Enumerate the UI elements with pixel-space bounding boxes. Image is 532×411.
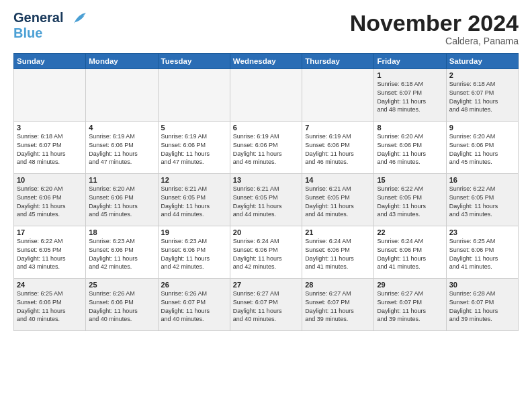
day-info: Sunrise: 6:22 AM Sunset: 6:05 PM Dayligh… <box>377 185 443 218</box>
day-number: 2 <box>449 71 515 79</box>
day-info: Sunrise: 6:27 AM Sunset: 6:07 PM Dayligh… <box>233 289 299 323</box>
day-info: Sunrise: 6:26 AM Sunset: 6:07 PM Dayligh… <box>161 289 227 323</box>
day-info: Sunrise: 6:20 AM Sunset: 6:06 PM Dayligh… <box>449 132 515 166</box>
calendar-cell: 25Sunrise: 6:26 AM Sunset: 6:06 PM Dayli… <box>86 279 158 331</box>
day-number: 28 <box>305 281 371 289</box>
calendar-cell: 22Sunrise: 6:24 AM Sunset: 6:06 PM Dayli… <box>374 226 446 279</box>
day-number: 20 <box>233 228 299 236</box>
calendar-cell: 7Sunrise: 6:19 AM Sunset: 6:06 PM Daylig… <box>302 122 374 174</box>
logo-bird-icon <box>69 11 86 26</box>
calendar-cell: 8Sunrise: 6:20 AM Sunset: 6:06 PM Daylig… <box>374 122 446 174</box>
day-info: Sunrise: 6:19 AM Sunset: 6:06 PM Dayligh… <box>233 132 299 166</box>
day-number: 30 <box>449 281 515 289</box>
day-info: Sunrise: 6:25 AM Sunset: 6:06 PM Dayligh… <box>17 289 83 323</box>
calendar-cell: 14Sunrise: 6:21 AM Sunset: 6:05 PM Dayli… <box>302 174 374 226</box>
day-info: Sunrise: 6:21 AM Sunset: 6:05 PM Dayligh… <box>233 185 299 218</box>
day-info: Sunrise: 6:22 AM Sunset: 6:05 PM Dayligh… <box>17 237 83 271</box>
day-number: 6 <box>233 124 299 132</box>
calendar-cell: 21Sunrise: 6:24 AM Sunset: 6:06 PM Dayli… <box>302 226 374 279</box>
calendar-body: 1Sunrise: 6:18 AM Sunset: 6:07 PM Daylig… <box>14 69 519 331</box>
day-of-week-header: Tuesday <box>158 54 230 69</box>
day-number: 13 <box>233 176 299 184</box>
calendar-cell: 20Sunrise: 6:24 AM Sunset: 6:06 PM Dayli… <box>230 226 302 279</box>
day-number: 18 <box>89 228 154 236</box>
calendar-cell: 11Sunrise: 6:20 AM Sunset: 6:06 PM Dayli… <box>86 174 158 226</box>
day-of-week-header: Thursday <box>302 54 374 69</box>
calendar-cell: 6Sunrise: 6:19 AM Sunset: 6:06 PM Daylig… <box>230 122 302 174</box>
calendar-cell: 24Sunrise: 6:25 AM Sunset: 6:06 PM Dayli… <box>14 279 86 331</box>
day-number: 16 <box>449 176 515 184</box>
calendar-cell <box>230 69 302 122</box>
calendar-cell: 5Sunrise: 6:19 AM Sunset: 6:06 PM Daylig… <box>158 122 230 174</box>
calendar-cell: 29Sunrise: 6:27 AM Sunset: 6:07 PM Dayli… <box>374 279 446 331</box>
day-info: Sunrise: 6:24 AM Sunset: 6:06 PM Dayligh… <box>305 237 371 271</box>
day-number: 14 <box>305 176 371 184</box>
day-number: 26 <box>161 281 227 289</box>
day-info: Sunrise: 6:19 AM Sunset: 6:06 PM Dayligh… <box>89 132 154 166</box>
day-number: 3 <box>17 124 83 132</box>
calendar-cell: 23Sunrise: 6:25 AM Sunset: 6:06 PM Dayli… <box>446 226 518 279</box>
day-number: 5 <box>161 124 227 132</box>
day-info: Sunrise: 6:24 AM Sunset: 6:06 PM Dayligh… <box>233 237 299 271</box>
calendar-cell: 3Sunrise: 6:18 AM Sunset: 6:07 PM Daylig… <box>14 122 86 174</box>
day-of-week-header: Wednesday <box>230 54 302 69</box>
day-number: 29 <box>377 281 443 289</box>
day-info: Sunrise: 6:24 AM Sunset: 6:06 PM Dayligh… <box>377 237 443 271</box>
day-number: 21 <box>305 228 371 236</box>
day-number: 25 <box>89 281 154 289</box>
calendar-cell: 28Sunrise: 6:27 AM Sunset: 6:07 PM Dayli… <box>302 279 374 331</box>
day-info: Sunrise: 6:28 AM Sunset: 6:07 PM Dayligh… <box>449 289 515 323</box>
day-number: 19 <box>161 228 227 236</box>
day-info: Sunrise: 6:23 AM Sunset: 6:06 PM Dayligh… <box>161 237 227 271</box>
day-number: 1 <box>377 71 443 79</box>
calendar-cell: 12Sunrise: 6:21 AM Sunset: 6:05 PM Dayli… <box>158 174 230 226</box>
day-number: 8 <box>377 124 443 132</box>
page-container: General Blue November 2024 Caldera, Pana… <box>0 0 532 338</box>
day-info: Sunrise: 6:20 AM Sunset: 6:06 PM Dayligh… <box>377 132 443 166</box>
day-of-week-header: Friday <box>374 54 446 69</box>
calendar-cell: 15Sunrise: 6:22 AM Sunset: 6:05 PM Dayli… <box>374 174 446 226</box>
calendar-cell: 18Sunrise: 6:23 AM Sunset: 6:06 PM Dayli… <box>86 226 158 279</box>
day-number: 10 <box>17 176 83 184</box>
day-info: Sunrise: 6:25 AM Sunset: 6:06 PM Dayligh… <box>449 237 515 271</box>
calendar-cell: 27Sunrise: 6:27 AM Sunset: 6:07 PM Dayli… <box>230 279 302 331</box>
day-number: 7 <box>305 124 371 132</box>
day-number: 24 <box>17 281 83 289</box>
day-info: Sunrise: 6:22 AM Sunset: 6:05 PM Dayligh… <box>449 185 515 218</box>
calendar-cell: 19Sunrise: 6:23 AM Sunset: 6:06 PM Dayli… <box>158 226 230 279</box>
day-info: Sunrise: 6:19 AM Sunset: 6:06 PM Dayligh… <box>305 132 371 166</box>
calendar-cell <box>158 69 230 122</box>
day-number: 27 <box>233 281 299 289</box>
day-of-week-header: Saturday <box>446 54 518 69</box>
subtitle: Caldera, Panama <box>350 36 519 46</box>
day-number: 17 <box>17 228 83 236</box>
day-number: 12 <box>161 176 227 184</box>
day-number: 11 <box>89 176 154 184</box>
calendar-cell: 16Sunrise: 6:22 AM Sunset: 6:05 PM Dayli… <box>446 174 518 226</box>
day-info: Sunrise: 6:21 AM Sunset: 6:05 PM Dayligh… <box>161 185 227 218</box>
calendar-week-row: 3Sunrise: 6:18 AM Sunset: 6:07 PM Daylig… <box>14 122 519 174</box>
calendar-header-row: SundayMondayTuesdayWednesdayThursdayFrid… <box>14 54 519 69</box>
day-of-week-header: Sunday <box>14 54 86 69</box>
calendar-cell: 1Sunrise: 6:18 AM Sunset: 6:07 PM Daylig… <box>374 69 446 122</box>
logo: General Blue <box>13 11 86 40</box>
day-number: 15 <box>377 176 443 184</box>
day-info: Sunrise: 6:26 AM Sunset: 6:06 PM Dayligh… <box>89 289 154 323</box>
header: General Blue November 2024 Caldera, Pana… <box>13 11 519 46</box>
day-info: Sunrise: 6:21 AM Sunset: 6:05 PM Dayligh… <box>305 185 371 218</box>
calendar-cell <box>86 69 158 122</box>
calendar-cell <box>302 69 374 122</box>
calendar-cell <box>14 69 86 122</box>
day-info: Sunrise: 6:20 AM Sunset: 6:06 PM Dayligh… <box>89 185 154 218</box>
title-block: November 2024 Caldera, Panama <box>350 11 519 46</box>
day-info: Sunrise: 6:27 AM Sunset: 6:07 PM Dayligh… <box>377 289 443 323</box>
day-info: Sunrise: 6:18 AM Sunset: 6:07 PM Dayligh… <box>377 80 443 113</box>
day-number: 22 <box>377 228 443 236</box>
calendar-week-row: 1Sunrise: 6:18 AM Sunset: 6:07 PM Daylig… <box>14 69 519 122</box>
day-info: Sunrise: 6:27 AM Sunset: 6:07 PM Dayligh… <box>305 289 371 323</box>
calendar-cell: 10Sunrise: 6:20 AM Sunset: 6:06 PM Dayli… <box>14 174 86 226</box>
day-info: Sunrise: 6:20 AM Sunset: 6:06 PM Dayligh… <box>17 185 83 218</box>
day-of-week-header: Monday <box>86 54 158 69</box>
calendar-table: SundayMondayTuesdayWednesdayThursdayFrid… <box>13 53 519 331</box>
calendar-cell: 13Sunrise: 6:21 AM Sunset: 6:05 PM Dayli… <box>230 174 302 226</box>
